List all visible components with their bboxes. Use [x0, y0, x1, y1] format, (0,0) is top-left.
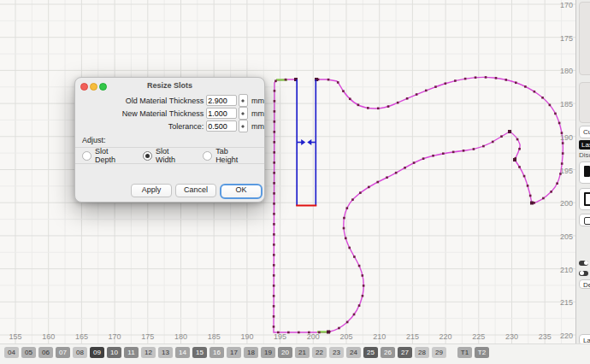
dialog-titlebar: Resize Slots: [75, 78, 264, 93]
default-button[interactable]: De: [579, 279, 590, 289]
layer-tab-11[interactable]: 11: [124, 347, 139, 358]
layer-tab-23[interactable]: 23: [329, 347, 344, 358]
app-window: 1551601651701751801851901952002052102152…: [0, 0, 590, 364]
layer-tab-26[interactable]: 26: [381, 347, 395, 358]
layer-tab-t1[interactable]: T1: [457, 347, 472, 358]
home-icon: [584, 217, 590, 225]
field-row-old-thickness: Old Material Thickness mm: [78, 95, 264, 106]
radio-icon: [82, 151, 91, 161]
tolerance-input[interactable]: [206, 120, 237, 132]
layer-tab-bar: 0405060708091011121314151617181920212223…: [0, 343, 590, 364]
layer-tab-10[interactable]: 10: [107, 347, 121, 358]
layer-tab-18[interactable]: 18: [244, 347, 258, 358]
close-window-icon[interactable]: [80, 83, 88, 91]
radio-tab-height-label: Tab Height: [215, 147, 245, 164]
radio-slot-width-label: Slot Width: [156, 147, 184, 164]
radio-slot-depth-label: Slot Depth: [95, 147, 124, 164]
toggle-u[interactable]: U: [579, 269, 590, 277]
cancel-button[interactable]: Cancel: [175, 184, 216, 197]
tolerance-label: Tolerance:: [78, 122, 204, 131]
minimize-window-icon[interactable]: [90, 83, 97, 91]
ok-button[interactable]: OK: [220, 184, 263, 199]
panel-section-top: [579, 2, 590, 75]
radio-tab-height[interactable]: Tab Height: [203, 147, 245, 164]
layer-tab-16[interactable]: 16: [209, 347, 224, 358]
toggle-u-switch[interactable]: [579, 271, 588, 276]
layer-tab-12[interactable]: 12: [141, 347, 156, 358]
new-thickness-input[interactable]: [206, 108, 237, 119]
layer-tab-27[interactable]: 27: [398, 347, 412, 358]
part-outline: [274, 77, 563, 332]
laser-tab[interactable]: Lase: [579, 140, 590, 150]
home-button[interactable]: [579, 214, 590, 226]
layer-tab-08[interactable]: 08: [73, 347, 87, 358]
adjust-radio-group: Slot Depth Slot Width Tab Height: [75, 147, 264, 164]
layer-tab-15[interactable]: 15: [192, 347, 207, 358]
new-thickness-stepper[interactable]: [239, 107, 248, 120]
layer-tab-14[interactable]: 14: [175, 347, 190, 358]
layer-tab-17[interactable]: 17: [227, 347, 241, 358]
panel-section-mid: [579, 82, 590, 123]
layer-tab-24[interactable]: 24: [346, 347, 361, 358]
layer-tab-19[interactable]: 19: [261, 347, 275, 358]
radio-icon: [143, 151, 152, 161]
laser-head-icon: [584, 166, 590, 177]
layer-tab-05[interactable]: 05: [21, 347, 36, 358]
layer-tab-28[interactable]: 28: [415, 347, 429, 358]
radio-icon: [203, 151, 212, 161]
layer-tab-07[interactable]: 07: [56, 347, 70, 358]
toggle-c-switch[interactable]: [579, 261, 588, 266]
layer-tab-06[interactable]: 06: [38, 347, 53, 358]
radio-slot-depth[interactable]: Slot Depth: [82, 147, 124, 164]
layer-tab-13[interactable]: 13: [158, 347, 173, 358]
apply-button[interactable]: Apply: [131, 184, 172, 197]
cut-button[interactable]: Cut: [579, 126, 590, 138]
layer-tab-25[interactable]: 25: [363, 347, 378, 358]
old-thickness-stepper[interactable]: [239, 94, 248, 107]
tolerance-stepper[interactable]: [239, 120, 248, 132]
layer-tab-04[interactable]: 04: [4, 347, 19, 358]
disconnect-label: Disco: [579, 151, 590, 159]
layer-tab-29[interactable]: 29: [432, 347, 446, 358]
old-thickness-unit: mm: [251, 97, 264, 105]
frame-icon: [584, 192, 590, 206]
layer-tab-21[interactable]: 21: [295, 347, 310, 358]
layer-tab-22[interactable]: 22: [312, 347, 327, 358]
zoom-window-icon[interactable]: [99, 83, 107, 91]
new-thickness-unit: mm: [251, 109, 264, 118]
radio-slot-width[interactable]: Slot Width: [143, 147, 184, 164]
field-row-new-thickness: New Material Thickness mm: [78, 108, 264, 119]
layer-tab-09[interactable]: 09: [90, 347, 104, 358]
old-thickness-input[interactable]: [206, 95, 237, 106]
field-row-tolerance: Tolerance: mm: [78, 120, 264, 132]
resize-slots-dialog: Resize Slots Old Material Thickness mm N…: [74, 77, 265, 203]
tolerance-unit: mm: [251, 122, 264, 131]
old-thickness-label: Old Material Thickness: [78, 97, 204, 105]
layer-tab-20[interactable]: 20: [278, 347, 292, 358]
layer-tab-t2[interactable]: T2: [475, 347, 489, 358]
frame-button[interactable]: [579, 188, 590, 210]
new-thickness-label: New Material Thickness: [78, 109, 204, 118]
right-panel: Cut Lase Disco C U De Las: [575, 0, 590, 344]
toggle-c[interactable]: C: [579, 259, 590, 267]
adjust-label: Adjust:: [82, 136, 264, 144]
laser-head-button[interactable]: [579, 161, 590, 184]
